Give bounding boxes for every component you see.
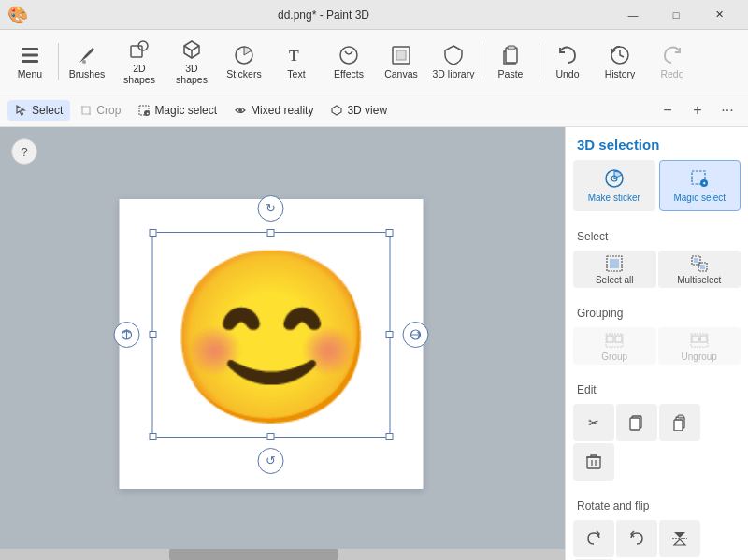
emoji-content: 😊 (176, 247, 367, 429)
svg-rect-34 (615, 336, 622, 342)
rotate-handle-top[interactable]: ↻ (258, 195, 284, 222)
select-all-btn[interactable]: Select all (573, 251, 656, 288)
svg-rect-33 (607, 336, 613, 342)
svg-rect-11 (396, 50, 406, 60)
svg-marker-51 (674, 539, 685, 545)
svg-point-19 (238, 108, 242, 112)
svg-rect-31 (694, 258, 698, 263)
svg-rect-41 (630, 418, 640, 430)
toolbar-divider-3 (539, 43, 539, 80)
handle-top-right[interactable] (385, 229, 393, 237)
toolbar-redo[interactable]: Redo (646, 34, 698, 90)
toolbar-3d-library[interactable]: 3D library (427, 34, 480, 90)
svg-marker-15 (17, 106, 24, 115)
panel-top-buttons: Make sticker ✦ Magic select (566, 160, 748, 219)
svg-rect-45 (587, 457, 600, 468)
canvas-white: ↻ ↺ 😊 (119, 199, 423, 489)
rotate-cw-btn[interactable] (573, 520, 614, 557)
svg-rect-13 (508, 46, 515, 50)
rotate-ccw-btn[interactable] (616, 520, 657, 557)
scrollbar-thumb[interactable] (169, 549, 338, 560)
toolbar-3d-shapes[interactable]: 3D shapes (165, 34, 218, 90)
side-handle-left[interactable] (113, 322, 139, 348)
svg-rect-28 (610, 259, 619, 268)
toolbar-undo[interactable]: Undo (541, 34, 594, 90)
sec-toolbar-right: − + ··· (654, 97, 741, 123)
canvas-area[interactable]: ? ↻ (0, 127, 565, 560)
help-button[interactable]: ? (11, 138, 37, 165)
svg-rect-4 (131, 46, 142, 57)
panel-title: 3D selection (566, 127, 748, 160)
toolbar-divider-2 (482, 43, 482, 80)
flip-vertical-btn[interactable] (659, 520, 700, 557)
svg-rect-1 (22, 53, 38, 56)
close-button[interactable]: ✕ (698, 0, 741, 30)
toolbar-text[interactable]: T Text (270, 34, 323, 90)
rotate-handle-bottom[interactable]: ↺ (258, 448, 284, 474)
svg-rect-2 (22, 60, 38, 63)
copy-btn[interactable] (616, 404, 657, 441)
side-handle-right[interactable] (402, 322, 428, 348)
toolbar-divider (58, 43, 59, 80)
toolbar-menu[interactable]: Menu (4, 34, 56, 90)
toolbar-paste[interactable]: Paste (484, 34, 537, 90)
multiselect-btn[interactable]: Multiselect (658, 251, 741, 288)
handle-top-center[interactable] (267, 229, 275, 237)
right-panel: 3D selection Make sticker ✦ Magic select (565, 127, 748, 560)
selection-box: ↻ ↺ 😊 (151, 232, 390, 438)
ungroup-btn: Ungroup (658, 327, 741, 365)
handle-bottom-center[interactable] (267, 433, 275, 440)
zoom-in-btn[interactable]: + (684, 97, 711, 123)
toolbar-history[interactable]: History (594, 34, 646, 90)
make-sticker-btn[interactable]: Make sticker (573, 160, 655, 211)
3d-view-btn[interactable]: 3D view (323, 100, 395, 121)
handle-top-left[interactable] (149, 229, 156, 237)
svg-rect-32 (700, 265, 705, 269)
handle-mid-right[interactable] (385, 331, 393, 338)
edit-title: Edit (566, 380, 748, 400)
grouping-grid: Group Ungroup (566, 323, 748, 372)
mixed-reality-btn[interactable]: Mixed reality (226, 100, 321, 121)
handle-bottom-right[interactable] (385, 433, 393, 440)
maximize-button[interactable]: □ (654, 0, 698, 30)
toolbar-canvas[interactable]: Canvas (375, 34, 427, 90)
rotate-grid (566, 516, 748, 560)
svg-point-9 (340, 47, 357, 64)
secondary-toolbar: Select Crop ✦ Magic select Mixed reality… (0, 93, 748, 127)
canvas-scrollbar[interactable] (0, 549, 565, 560)
toolbar-2d-shapes[interactable]: 2D shapes (113, 34, 165, 90)
cut-btn[interactable]: ✂ (573, 404, 614, 441)
zoom-out-btn[interactable]: − (654, 97, 681, 123)
toolbar-effects[interactable]: Effects (323, 34, 375, 90)
handle-mid-left[interactable] (149, 331, 156, 338)
magic-select-panel-btn[interactable]: ✦ Magic select (659, 160, 741, 211)
svg-rect-38 (700, 336, 707, 342)
paste-edit-btn[interactable] (659, 404, 700, 441)
svg-rect-44 (674, 420, 683, 431)
grouping-title: Grouping (566, 303, 748, 323)
minimize-button[interactable]: — (611, 0, 654, 30)
window-title: dd.png* - Paint 3D (36, 8, 611, 22)
select-tool-btn[interactable]: Select (7, 100, 70, 121)
select-grid: Select all Multiselect (566, 247, 748, 295)
svg-text:T: T (289, 48, 299, 64)
toolbar-brushes[interactable]: Brushes (61, 34, 113, 90)
svg-rect-37 (692, 336, 698, 342)
title-bar: 🎨 dd.png* - Paint 3D — □ ✕ (0, 0, 748, 30)
handle-bottom-left[interactable] (149, 433, 156, 440)
main-toolbar: Menu Brushes 2D shapes 3D shapes Sticker… (0, 30, 748, 93)
window-controls: — □ ✕ (611, 0, 741, 30)
svg-marker-50 (674, 532, 685, 538)
svg-point-3 (82, 60, 86, 64)
delete-btn[interactable] (573, 443, 614, 481)
crop-tool-btn[interactable]: Crop (72, 100, 128, 121)
svg-rect-43 (678, 415, 683, 418)
main-area: ? ↻ (0, 127, 748, 560)
toolbar-stickers[interactable]: Stickers (218, 34, 270, 90)
svg-rect-0 (22, 48, 38, 50)
edit-grid: ✂ (566, 400, 748, 488)
more-options-btn[interactable]: ··· (714, 97, 741, 123)
group-btn: Group (573, 327, 656, 365)
magic-select-btn[interactable]: ✦ Magic select (130, 100, 224, 121)
select-section-title: Select (566, 226, 748, 247)
